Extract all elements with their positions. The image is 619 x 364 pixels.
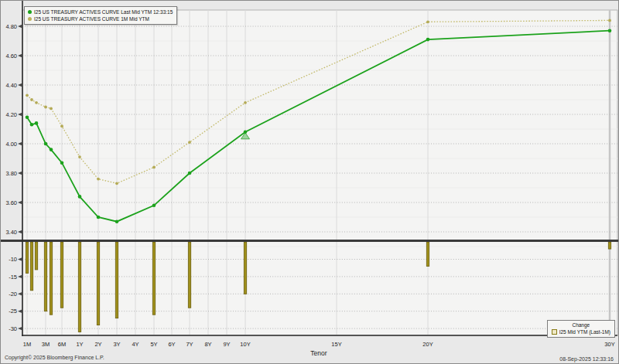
- x-tick-label: 20Y: [422, 341, 433, 348]
- y-tick-arrow-icon: [18, 310, 22, 313]
- change-bar-30Y[interactable]: [608, 242, 610, 249]
- curve-last-point-1.5M[interactable]: [30, 123, 34, 127]
- curve-last-point-20Y[interactable]: [426, 38, 430, 42]
- curve-1m-point-7Y[interactable]: [188, 141, 191, 144]
- y-tick-arrow-icon: [18, 275, 22, 278]
- change-bar-20Y[interactable]: [426, 242, 429, 266]
- x-tick-label: 6Y: [168, 341, 175, 348]
- curve-last-point-1M[interactable]: [26, 116, 29, 120]
- x-tick-label: 10Y: [240, 341, 250, 348]
- x-tick-label: 1Y: [76, 341, 83, 348]
- y-tick-arrow-icon: [18, 327, 22, 330]
- change-legend[interactable]: Change I25 Mid YTM (Last-1M): [547, 320, 615, 338]
- x-tick-label: 15Y: [331, 341, 341, 348]
- legend-item-1m[interactable]: I25 US TREASURY ACTIVES CURVE 1M Mid YTM: [28, 15, 173, 22]
- curve-last-point-1Y[interactable]: [78, 195, 82, 199]
- change-axis-label: -25: [9, 308, 17, 315]
- olive-dot-icon: [28, 17, 32, 21]
- y-axis-label: 4.00: [5, 141, 17, 148]
- change-legend-item[interactable]: I25 Mid YTM (Last-1M): [552, 328, 610, 335]
- change-bar-6M[interactable]: [60, 242, 63, 308]
- x-tick-label: 9Y: [223, 341, 230, 348]
- y-axis-label: 4.20: [5, 111, 17, 118]
- y-tick-arrow-icon: [18, 54, 22, 57]
- y-tick-arrow-icon: [18, 292, 22, 295]
- y-axis-label: 4.60: [5, 53, 17, 60]
- change-bar-3Y[interactable]: [115, 242, 118, 318]
- legend-last-label: I25 US TREASURY ACTIVES CURVE Last Mid Y…: [34, 9, 173, 15]
- curve-1m-point-3Y[interactable]: [115, 182, 118, 185]
- curves-legend[interactable]: I25 US TREASURY ACTIVES CURVE Last Mid Y…: [24, 6, 177, 25]
- change-bar-10Y[interactable]: [244, 242, 246, 294]
- curve-1m-point-30Y[interactable]: [608, 19, 611, 22]
- curve-1m-point-5Y[interactable]: [152, 166, 156, 169]
- change-axis-label: -30: [9, 325, 17, 332]
- y-axis-label: 3.80: [5, 170, 17, 177]
- bloomberg-curve-window: 4.804.604.404.204.003.803.603.40-10-15-2…: [0, 0, 619, 364]
- y-tick-arrow-icon: [18, 113, 22, 116]
- x-tick-label: 3M: [42, 341, 50, 348]
- y-axis-label: 3.60: [5, 199, 17, 206]
- change-bar-1Y[interactable]: [78, 242, 80, 332]
- change-bar-3M[interactable]: [44, 242, 46, 311]
- change-axis-label: -15: [9, 274, 17, 281]
- curve-1m-point-1Y[interactable]: [78, 155, 81, 158]
- curve-last-point-3Y[interactable]: [115, 219, 119, 223]
- curve-last-point-5Y[interactable]: [152, 204, 156, 208]
- curve-last-point-7Y[interactable]: [188, 172, 192, 175]
- y-tick-arrow-icon: [18, 230, 22, 233]
- y-tick-arrow-icon: [18, 142, 22, 145]
- change-bar-1M[interactable]: [26, 242, 28, 273]
- curve-1m-point-20Y[interactable]: [426, 20, 429, 23]
- curve-1m-point-2Y[interactable]: [97, 178, 100, 181]
- y-tick-arrow-icon: [18, 201, 22, 204]
- copyright-text: Copyright© 2025 Bloomberg Finance L.P.: [5, 355, 104, 360]
- curve-1m-point-1M[interactable]: [26, 94, 29, 97]
- change-axis-label: -20: [9, 291, 17, 298]
- change-bar-4M[interactable]: [50, 242, 52, 315]
- curve-last-point-3M[interactable]: [44, 142, 48, 146]
- change-bar-2Y[interactable]: [97, 242, 99, 325]
- curve-last-point-4M[interactable]: [50, 148, 53, 151]
- curve-last-point-2Y[interactable]: [97, 216, 101, 219]
- change-legend-title: Change: [552, 322, 610, 328]
- status-bar: Copyright© 2025 Bloomberg Finance L.P. 0…: [1, 352, 618, 363]
- x-tick-label: 5Y: [150, 341, 157, 348]
- curve-1m-point-2M[interactable]: [35, 101, 38, 104]
- curve-last-point-10Y[interactable]: [244, 131, 248, 134]
- x-tick-label: 3Y: [113, 341, 120, 348]
- y-tick-arrow-icon: [18, 83, 22, 87]
- x-tick-label: 7Y: [186, 341, 193, 348]
- y-axis-label: 3.40: [5, 229, 17, 236]
- y-tick-arrow-icon: [18, 25, 22, 28]
- change-bar-1.5M[interactable]: [30, 242, 32, 291]
- legend-item-last[interactable]: I25 US TREASURY ACTIVES CURVE Last Mid Y…: [28, 9, 173, 15]
- change-axis-label: -10: [9, 256, 17, 263]
- x-tick-label: 30Y: [604, 341, 614, 348]
- curve-last-point-2M[interactable]: [35, 121, 39, 125]
- legend-1m-label: I25 US TREASURY ACTIVES CURVE 1M Mid YTM: [34, 15, 149, 22]
- olive-square-icon: [552, 329, 557, 335]
- x-tick-label: 1M: [23, 341, 31, 348]
- x-tick-label: 6M: [58, 341, 66, 348]
- curve-last-point-30Y[interactable]: [608, 29, 612, 32]
- change-bar-2M[interactable]: [35, 242, 37, 270]
- curve-1m-point-3M[interactable]: [44, 106, 47, 109]
- x-tick-label: 8Y: [204, 341, 211, 348]
- x-tick-label: 4Y: [132, 341, 139, 348]
- curve-1m-point-4M[interactable]: [50, 107, 53, 111]
- change-bar-5Y[interactable]: [152, 242, 155, 315]
- curve-1m-point-10Y[interactable]: [244, 101, 247, 104]
- curve-chart-canvas[interactable]: 4.804.604.404.204.003.803.603.40-10-15-2…: [1, 1, 619, 364]
- curve-1m-point-6M[interactable]: [60, 124, 63, 128]
- x-tick-label: 2Y: [94, 341, 101, 348]
- y-tick-arrow-icon: [18, 172, 22, 175]
- timestamp-text: 08-Sep-2025 12:33:16: [559, 356, 614, 362]
- curve-last-point-6M[interactable]: [60, 161, 64, 165]
- change-bar-7Y[interactable]: [188, 242, 190, 308]
- green-dot-icon: [28, 10, 32, 14]
- y-tick-arrow-icon: [18, 257, 22, 260]
- curve-1m-point-1.5M[interactable]: [30, 98, 33, 101]
- y-axis-label: 4.40: [5, 82, 17, 89]
- y-axis-label: 4.80: [5, 23, 17, 30]
